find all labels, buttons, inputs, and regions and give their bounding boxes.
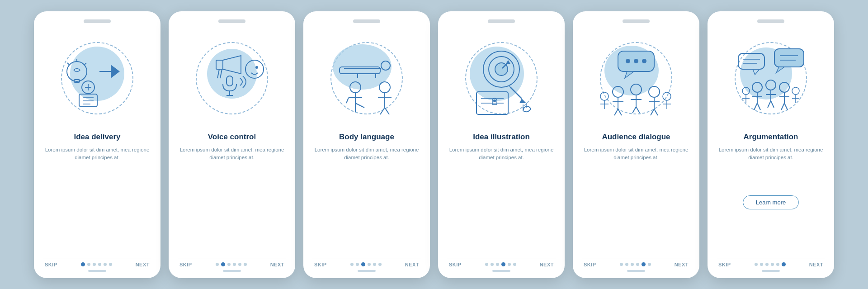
svg-line-71	[651, 109, 654, 115]
svg-point-68	[649, 86, 660, 97]
dot-1	[760, 263, 763, 266]
learn-more-button[interactable]: Learn more	[743, 195, 799, 209]
dot-5	[109, 263, 112, 266]
phone-card-idea-delivery: Idea delivery Lorem ipsum dolor sit dim …	[34, 11, 160, 278]
dot-4	[642, 262, 646, 266]
svg-body-language	[321, 33, 412, 123]
dot-5	[244, 263, 247, 266]
svg-marker-84	[753, 69, 760, 75]
card-title: Body language	[339, 133, 394, 142]
skip-button[interactable]: SKIP	[314, 262, 327, 267]
dot-0	[81, 262, 85, 266]
svg-line-62	[618, 109, 622, 115]
svg-point-57	[642, 59, 646, 63]
next-button[interactable]: NEXT	[270, 262, 284, 267]
dot-1	[356, 263, 359, 266]
card-body: Lorem ipsum dolor sit dim amet, mea regi…	[582, 146, 690, 200]
skip-button[interactable]: SKIP	[449, 262, 462, 267]
svg-line-91	[757, 103, 760, 110]
scroll-bar	[762, 270, 780, 272]
phone-card-voice-control: Voice control Lorem ipsum dolor sit dim …	[169, 11, 295, 278]
svg-point-76	[663, 92, 671, 100]
phone-notch	[84, 19, 111, 23]
skip-button[interactable]: SKIP	[584, 262, 596, 267]
card-title: Argumentation	[744, 133, 798, 142]
phone-bottom: SKIP NEXT	[312, 259, 421, 267]
svg-point-33	[350, 82, 361, 93]
svg-marker-49	[519, 99, 526, 103]
next-button[interactable]: NEXT	[540, 262, 554, 267]
svg-line-90	[754, 103, 757, 110]
dot-2	[496, 263, 499, 266]
card-title: Voice control	[208, 133, 256, 142]
phone-bottom: SKIP NEXT	[717, 259, 825, 267]
next-button[interactable]: NEXT	[405, 262, 419, 267]
svg-line-3	[67, 63, 69, 65]
next-button[interactable]: NEXT	[136, 262, 150, 267]
svg-line-35	[355, 103, 364, 108]
dot-0	[216, 263, 219, 266]
dot-0	[350, 263, 354, 266]
dot-3	[368, 263, 371, 266]
svg-rect-15	[216, 60, 223, 69]
skip-button[interactable]: SKIP	[179, 262, 192, 267]
next-button[interactable]: NEXT	[675, 262, 689, 267]
svg-point-56	[634, 59, 638, 63]
dot-0	[755, 263, 758, 266]
dots-indicator	[485, 262, 516, 266]
svg-rect-18	[226, 76, 233, 86]
svg-rect-10	[79, 94, 97, 107]
svg-line-16	[217, 69, 219, 78]
card-body: Lorem ipsum dolor sit dim amet, mea regi…	[717, 146, 825, 191]
card-body: Lorem ipsum dolor sit dim amet, mea regi…	[43, 146, 151, 200]
svg-line-72	[654, 109, 658, 115]
dot-4	[373, 263, 376, 266]
svg-line-95	[768, 101, 771, 108]
card-title: Idea delivery	[74, 133, 120, 142]
card-title: Audience dialogue	[602, 133, 670, 142]
illustration-idea-illustration	[452, 28, 551, 128]
scroll-bar	[358, 270, 376, 272]
scroll-bar	[88, 270, 106, 272]
dot-1	[87, 263, 90, 266]
dot-4	[238, 263, 241, 266]
svg-line-67	[636, 107, 640, 113]
phone-notch	[488, 19, 515, 23]
phone-bottom: SKIP NEXT	[178, 259, 286, 267]
svg-marker-80	[776, 67, 784, 73]
svg-marker-54	[625, 71, 634, 78]
dots-indicator	[350, 262, 382, 266]
svg-line-96	[771, 101, 774, 108]
svg-line-50	[509, 86, 511, 88]
card-body: Lorem ipsum dolor sit dim amet, mea regi…	[447, 146, 556, 200]
dots-indicator	[81, 262, 112, 266]
phone-card-body-language: Body language Lorem ipsum dolor sit dim …	[303, 11, 430, 278]
svg-point-87	[752, 82, 762, 92]
skip-button[interactable]: SKIP	[45, 262, 57, 267]
skip-button[interactable]: SKIP	[718, 262, 731, 267]
dot-5	[513, 263, 516, 266]
scroll-bar	[223, 270, 241, 272]
svg-point-97	[779, 82, 789, 92]
svg-marker-43	[506, 60, 510, 64]
phone-card-argumentation: Argumentation Lorem ipsum dolor sit dim …	[708, 11, 834, 278]
svg-idea-delivery	[52, 33, 142, 123]
svg-idea-illustration	[456, 33, 547, 123]
card-title: Idea illustration	[473, 133, 530, 142]
svg-point-58	[613, 86, 623, 97]
dot-2	[361, 262, 365, 266]
svg-point-92	[766, 80, 776, 90]
svg-line-38	[346, 98, 349, 103]
dot-5	[378, 263, 382, 266]
next-button[interactable]: NEXT	[809, 262, 823, 267]
svg-point-21	[245, 60, 264, 78]
svg-line-32	[385, 108, 389, 114]
dot-3	[98, 263, 101, 266]
svg-point-22	[255, 66, 258, 69]
svg-line-66	[632, 107, 636, 113]
dot-1	[625, 263, 628, 266]
dots-indicator	[755, 262, 786, 266]
svg-line-100	[781, 103, 784, 110]
svg-marker-14	[223, 56, 241, 74]
svg-audience-dialogue	[591, 33, 681, 123]
